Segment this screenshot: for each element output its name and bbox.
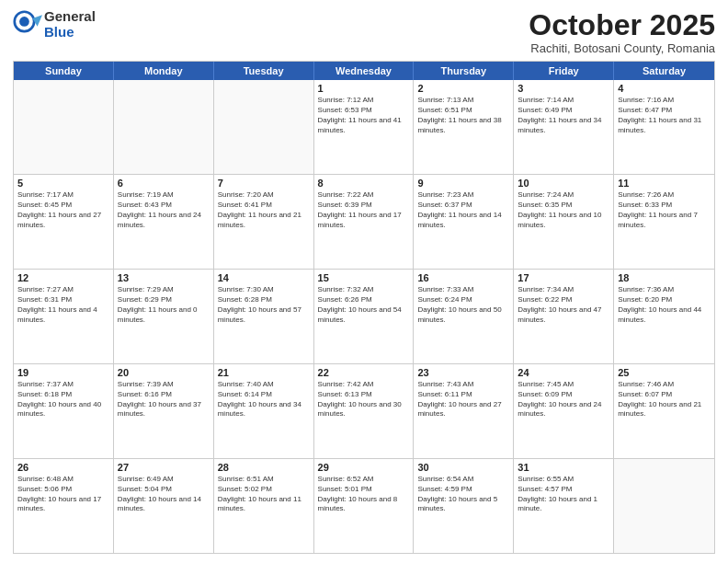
- month-title: October 2025: [529, 9, 715, 41]
- calendar-row-2: 12Sunrise: 7:27 AMSunset: 6:31 PMDayligh…: [14, 269, 714, 363]
- cell-info: Sunrise: 7:17 AMSunset: 6:45 PMDaylight:…: [17, 190, 109, 230]
- cell-info: Sunrise: 7:39 AMSunset: 6:16 PMDaylight:…: [118, 380, 210, 419]
- cell-info: Sunrise: 7:42 AMSunset: 6:13 PMDaylight:…: [318, 380, 410, 419]
- day-number: 18: [618, 272, 711, 283]
- day-number: 17: [518, 272, 609, 283]
- svg-point-1: [19, 17, 29, 27]
- day-number: 10: [518, 178, 609, 189]
- calendar-cell: 8Sunrise: 7:22 AMSunset: 6:39 PMDaylight…: [314, 175, 415, 269]
- cell-info: Sunrise: 7:19 AMSunset: 6:43 PMDaylight:…: [118, 190, 210, 230]
- cell-info: Sunrise: 7:24 AMSunset: 6:35 PMDaylight:…: [518, 190, 609, 230]
- logo: General Blue: [13, 9, 96, 40]
- cell-info: Sunrise: 7:34 AMSunset: 6:22 PMDaylight:…: [518, 285, 609, 325]
- header-day-monday: Monday: [114, 62, 214, 80]
- day-number: 25: [618, 367, 711, 378]
- calendar-cell: 10Sunrise: 7:24 AMSunset: 6:35 PMDayligh…: [514, 175, 614, 269]
- calendar-cell: 29Sunrise: 6:52 AMSunset: 5:01 PMDayligh…: [314, 459, 415, 553]
- calendar-body: 1Sunrise: 7:12 AMSunset: 6:53 PMDaylight…: [14, 80, 714, 553]
- calendar-cell: 31Sunrise: 6:55 AMSunset: 4:57 PMDayligh…: [514, 459, 614, 553]
- cell-info: Sunrise: 7:32 AMSunset: 6:26 PMDaylight:…: [318, 285, 410, 325]
- calendar-cell: [214, 80, 314, 174]
- day-number: 7: [218, 178, 310, 189]
- day-number: 1: [318, 83, 410, 94]
- calendar-cell: [614, 459, 714, 553]
- calendar-cell: 16Sunrise: 7:33 AMSunset: 6:24 PMDayligh…: [414, 270, 514, 363]
- calendar-cell: 15Sunrise: 7:32 AMSunset: 6:26 PMDayligh…: [314, 270, 415, 363]
- day-number: 28: [218, 462, 310, 473]
- calendar-cell: 4Sunrise: 7:16 AMSunset: 6:47 PMDaylight…: [614, 80, 714, 174]
- header-day-sunday: Sunday: [14, 62, 114, 80]
- calendar-row-4: 26Sunrise: 6:48 AMSunset: 5:06 PMDayligh…: [14, 458, 714, 553]
- logo-general-text: General: [44, 9, 96, 25]
- header-day-tuesday: Tuesday: [214, 62, 314, 80]
- day-number: 12: [17, 272, 109, 283]
- calendar-cell: [114, 80, 214, 174]
- header-day-thursday: Thursday: [414, 62, 514, 80]
- header: General Blue October 2025 Rachiti, Botos…: [13, 9, 715, 55]
- day-number: 31: [518, 462, 609, 473]
- calendar-cell: 7Sunrise: 7:20 AMSunset: 6:41 PMDaylight…: [214, 175, 314, 269]
- cell-info: Sunrise: 7:40 AMSunset: 6:14 PMDaylight:…: [218, 380, 310, 419]
- calendar-cell: 21Sunrise: 7:40 AMSunset: 6:14 PMDayligh…: [214, 364, 314, 458]
- cell-info: Sunrise: 7:13 AMSunset: 6:51 PMDaylight:…: [417, 96, 509, 135]
- calendar-cell: 28Sunrise: 6:51 AMSunset: 5:02 PMDayligh…: [214, 459, 314, 553]
- day-number: 8: [318, 178, 410, 189]
- day-number: 9: [417, 178, 509, 189]
- day-number: 26: [17, 462, 109, 473]
- calendar-cell: [14, 80, 114, 174]
- calendar-cell: 25Sunrise: 7:46 AMSunset: 6:07 PMDayligh…: [614, 364, 714, 458]
- cell-info: Sunrise: 7:46 AMSunset: 6:07 PMDaylight:…: [618, 380, 711, 419]
- calendar: SundayMondayTuesdayWednesdayThursdayFrid…: [13, 61, 715, 554]
- calendar-cell: 14Sunrise: 7:30 AMSunset: 6:28 PMDayligh…: [214, 270, 314, 363]
- cell-info: Sunrise: 7:14 AMSunset: 6:49 PMDaylight:…: [518, 96, 609, 135]
- day-number: 2: [417, 83, 509, 94]
- day-number: 24: [518, 367, 609, 378]
- day-number: 30: [417, 462, 509, 473]
- cell-info: Sunrise: 6:48 AMSunset: 5:06 PMDaylight:…: [17, 475, 109, 514]
- calendar-cell: 17Sunrise: 7:34 AMSunset: 6:22 PMDayligh…: [514, 270, 614, 363]
- calendar-cell: 3Sunrise: 7:14 AMSunset: 6:49 PMDaylight…: [514, 80, 614, 174]
- day-number: 20: [118, 367, 210, 378]
- calendar-cell: 18Sunrise: 7:36 AMSunset: 6:20 PMDayligh…: [614, 270, 714, 363]
- page: General Blue October 2025 Rachiti, Botos…: [0, 0, 728, 563]
- day-number: 5: [17, 178, 109, 189]
- calendar-cell: 1Sunrise: 7:12 AMSunset: 6:53 PMDaylight…: [314, 80, 415, 174]
- calendar-cell: 12Sunrise: 7:27 AMSunset: 6:31 PMDayligh…: [14, 270, 114, 363]
- title-block: October 2025 Rachiti, Botosani County, R…: [529, 9, 715, 55]
- day-number: 21: [218, 367, 310, 378]
- cell-info: Sunrise: 7:27 AMSunset: 6:31 PMDaylight:…: [17, 285, 109, 325]
- logo-text: General Blue: [44, 9, 96, 40]
- calendar-cell: 13Sunrise: 7:29 AMSunset: 6:29 PMDayligh…: [114, 270, 214, 363]
- day-number: 6: [118, 178, 210, 189]
- logo-icon: [13, 10, 42, 40]
- cell-info: Sunrise: 7:22 AMSunset: 6:39 PMDaylight:…: [318, 190, 410, 230]
- cell-info: Sunrise: 7:37 AMSunset: 6:18 PMDaylight:…: [17, 380, 109, 419]
- day-number: 11: [618, 178, 711, 189]
- calendar-row-0: 1Sunrise: 7:12 AMSunset: 6:53 PMDaylight…: [14, 80, 714, 174]
- cell-info: Sunrise: 6:51 AMSunset: 5:02 PMDaylight:…: [218, 475, 310, 514]
- calendar-cell: 30Sunrise: 6:54 AMSunset: 4:59 PMDayligh…: [414, 459, 514, 553]
- cell-info: Sunrise: 7:12 AMSunset: 6:53 PMDaylight:…: [318, 96, 410, 135]
- calendar-cell: 11Sunrise: 7:26 AMSunset: 6:33 PMDayligh…: [614, 175, 714, 269]
- calendar-cell: 9Sunrise: 7:23 AMSunset: 6:37 PMDaylight…: [414, 175, 514, 269]
- location: Rachiti, Botosani County, Romania: [529, 41, 715, 55]
- calendar-cell: 27Sunrise: 6:49 AMSunset: 5:04 PMDayligh…: [114, 459, 214, 553]
- cell-info: Sunrise: 6:55 AMSunset: 4:57 PMDaylight:…: [518, 475, 609, 514]
- day-number: 27: [118, 462, 210, 473]
- header-day-friday: Friday: [514, 62, 614, 80]
- calendar-cell: 22Sunrise: 7:42 AMSunset: 6:13 PMDayligh…: [314, 364, 415, 458]
- day-number: 13: [118, 272, 210, 283]
- header-day-wednesday: Wednesday: [314, 62, 415, 80]
- logo-blue-text: Blue: [44, 25, 96, 40]
- cell-info: Sunrise: 6:54 AMSunset: 4:59 PMDaylight:…: [417, 475, 509, 514]
- calendar-cell: 24Sunrise: 7:45 AMSunset: 6:09 PMDayligh…: [514, 364, 614, 458]
- calendar-header: SundayMondayTuesdayWednesdayThursdayFrid…: [14, 62, 714, 80]
- cell-info: Sunrise: 7:30 AMSunset: 6:28 PMDaylight:…: [218, 285, 310, 325]
- calendar-cell: 26Sunrise: 6:48 AMSunset: 5:06 PMDayligh…: [14, 459, 114, 553]
- calendar-cell: 5Sunrise: 7:17 AMSunset: 6:45 PMDaylight…: [14, 175, 114, 269]
- day-number: 15: [318, 272, 410, 283]
- day-number: 19: [17, 367, 109, 378]
- calendar-cell: 19Sunrise: 7:37 AMSunset: 6:18 PMDayligh…: [14, 364, 114, 458]
- calendar-cell: 23Sunrise: 7:43 AMSunset: 6:11 PMDayligh…: [414, 364, 514, 458]
- day-number: 23: [417, 367, 509, 378]
